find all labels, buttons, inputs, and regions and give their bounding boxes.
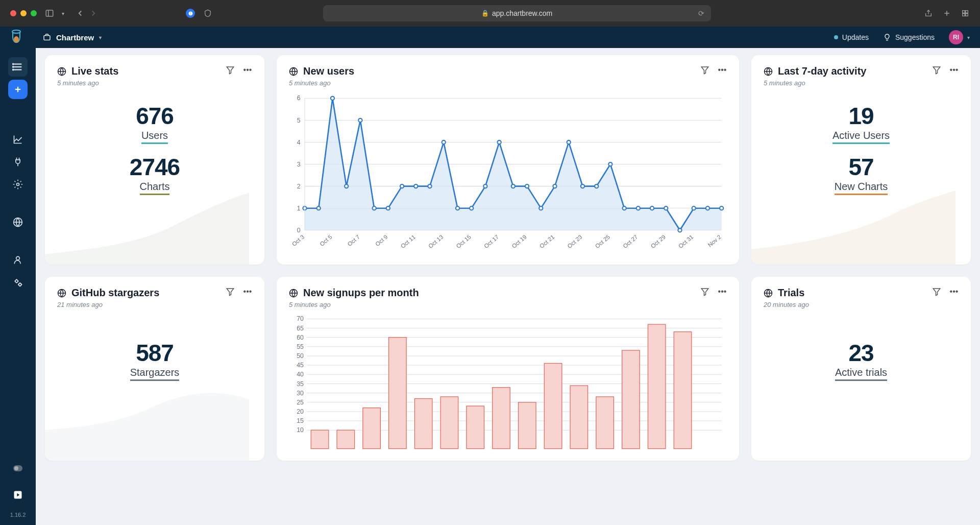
svg-marker-103 xyxy=(701,289,708,296)
browser-toolbar: ▾ ❶ 🔒 app.chartbrew.com ⟳ xyxy=(0,0,980,27)
sidebar-toggle-icon[interactable] xyxy=(45,9,54,18)
card-timestamp: 5 minutes ago xyxy=(57,79,118,87)
sidebar-settings-icon[interactable] xyxy=(8,175,28,194)
sidebar-globe-icon[interactable] xyxy=(8,212,28,232)
svg-text:65: 65 xyxy=(297,325,304,332)
svg-rect-140 xyxy=(570,386,588,449)
sidebar-play-icon[interactable] xyxy=(8,485,28,505)
lightbulb-icon xyxy=(883,33,891,41)
card-timestamp: 21 minutes ago xyxy=(57,301,159,308)
svg-text:Oct 7: Oct 7 xyxy=(347,234,361,248)
card-title: Last 7-day activity xyxy=(778,65,866,77)
app-logo-icon[interactable] xyxy=(10,29,22,45)
share-icon[interactable] xyxy=(924,9,933,18)
svg-point-67 xyxy=(358,118,362,122)
nav-forward-icon[interactable] xyxy=(89,9,98,18)
globe-icon xyxy=(289,67,298,76)
sidebar-chart-icon[interactable] xyxy=(8,130,28,149)
svg-point-24 xyxy=(19,283,21,286)
sidebar-gears-icon[interactable] xyxy=(8,273,28,292)
filter-icon[interactable] xyxy=(932,65,941,75)
suggestions-link[interactable]: Suggestions xyxy=(883,33,935,41)
more-icon[interactable]: ••• xyxy=(718,287,727,296)
svg-point-22 xyxy=(16,256,20,260)
signups-chart: 10152025303540455055606570 xyxy=(289,308,727,452)
shield-icon[interactable] xyxy=(203,9,212,18)
filter-icon[interactable] xyxy=(226,287,235,296)
svg-rect-6 xyxy=(963,14,965,16)
svg-text:4: 4 xyxy=(297,139,301,146)
more-icon[interactable]: ••• xyxy=(243,65,252,75)
chevron-down-icon: ▾ xyxy=(99,35,102,40)
svg-point-16 xyxy=(13,69,14,70)
refresh-icon[interactable]: ⟳ xyxy=(697,9,706,18)
avatar: RI xyxy=(949,30,963,44)
card-new-users: New users 5 minutes ago ••• 0123456Oct 3… xyxy=(277,55,739,265)
svg-text:0: 0 xyxy=(297,227,301,234)
svg-rect-135 xyxy=(440,397,458,449)
filter-icon[interactable] xyxy=(700,287,709,296)
briefcase-icon xyxy=(43,33,51,41)
svg-text:Nov 2: Nov 2 xyxy=(706,234,722,248)
svg-text:Oct 9: Oct 9 xyxy=(374,234,389,248)
card-timestamp: 5 minutes ago xyxy=(289,301,419,308)
updates-link[interactable]: Updates xyxy=(834,33,869,41)
svg-point-65 xyxy=(331,97,334,100)
filter-icon[interactable] xyxy=(932,287,941,296)
svg-marker-32 xyxy=(701,67,708,74)
team-selector[interactable]: Chartbrew ▾ xyxy=(43,33,102,42)
more-icon[interactable]: ••• xyxy=(243,287,252,296)
more-icon[interactable]: ••• xyxy=(949,65,959,75)
sidebar-add-button[interactable] xyxy=(8,80,28,99)
chevron-down-icon: ▾ xyxy=(967,35,970,40)
globe-icon xyxy=(764,67,773,76)
svg-rect-134 xyxy=(414,399,432,449)
new-tab-icon[interactable] xyxy=(942,9,951,18)
svg-point-79 xyxy=(525,184,529,188)
sparkline-bg xyxy=(45,379,249,461)
status-dot-icon xyxy=(834,35,838,39)
user-menu[interactable]: RI ▾ xyxy=(949,30,970,44)
kpi-trials-label: Active trials xyxy=(835,367,887,381)
svg-text:Oct 27: Oct 27 xyxy=(622,234,639,250)
privacy-badge-icon[interactable]: ❶ xyxy=(186,9,195,18)
more-icon[interactable]: ••• xyxy=(949,287,959,296)
tabs-overview-icon[interactable] xyxy=(961,9,970,18)
card-title: New users xyxy=(303,65,354,77)
svg-text:Oct 23: Oct 23 xyxy=(566,234,583,250)
svg-rect-143 xyxy=(648,325,666,449)
svg-point-92 xyxy=(706,206,709,210)
more-icon[interactable]: ••• xyxy=(718,65,727,75)
sidebar-plug-icon[interactable] xyxy=(8,152,28,172)
sidebar-dashboards-icon[interactable] xyxy=(8,57,28,77)
svg-point-75 xyxy=(470,206,473,210)
chevron-down-icon[interactable]: ▾ xyxy=(58,9,67,18)
sidebar-user-icon[interactable] xyxy=(8,250,28,270)
dashboard-content: Live stats 5 minutes ago ••• 676 Users xyxy=(36,48,980,525)
svg-text:30: 30 xyxy=(297,390,304,397)
svg-text:55: 55 xyxy=(297,343,304,350)
lock-icon: 🔒 xyxy=(481,10,489,17)
window-minimize-button[interactable] xyxy=(20,10,27,16)
window-zoom-button[interactable] xyxy=(31,10,37,16)
globe-icon xyxy=(289,289,298,298)
url-bar[interactable]: 🔒 app.chartbrew.com ⟳ xyxy=(323,5,711,21)
globe-icon xyxy=(57,67,66,76)
filter-icon[interactable] xyxy=(226,65,235,75)
kpi-active-users-label: Active Users xyxy=(832,130,890,144)
svg-rect-137 xyxy=(493,388,510,449)
card-trials: Trials 20 minutes ago ••• 23 Active tria… xyxy=(751,277,971,461)
svg-point-72 xyxy=(428,184,431,188)
nav-back-icon[interactable] xyxy=(76,9,85,18)
sidebar-theme-toggle[interactable] xyxy=(8,459,28,478)
window-close-button[interactable] xyxy=(10,10,16,16)
svg-rect-136 xyxy=(467,406,484,449)
svg-rect-139 xyxy=(544,364,562,449)
svg-text:Oct 21: Oct 21 xyxy=(538,234,555,250)
svg-rect-131 xyxy=(337,431,355,449)
svg-text:Oct 25: Oct 25 xyxy=(594,234,611,250)
kpi-new-charts-value: 57 xyxy=(835,153,888,181)
filter-icon[interactable] xyxy=(700,65,709,75)
svg-rect-4 xyxy=(963,11,965,13)
svg-text:40: 40 xyxy=(297,371,304,378)
